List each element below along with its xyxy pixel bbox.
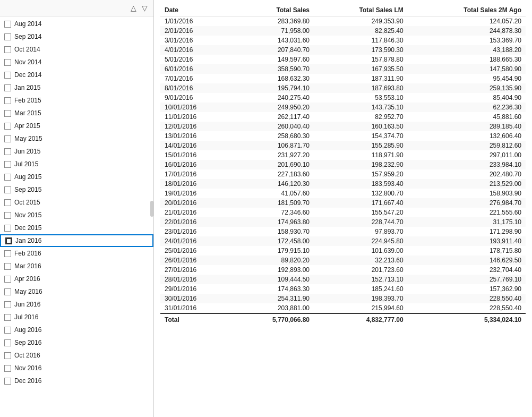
checkbox xyxy=(4,123,11,130)
table-row: 16/01/2016201,690.10198,232.90233,984.10 xyxy=(160,160,526,169)
table-cell: 152,713.10 xyxy=(314,275,408,284)
table-cell: 172,458.00 xyxy=(233,236,314,246)
list-item[interactable]: Nov 2016 xyxy=(0,362,153,375)
list-item[interactable]: Nov 2014 xyxy=(0,56,153,69)
list-item[interactable]: Apr 2016 xyxy=(0,273,153,285)
panel-header: △ ▽ xyxy=(0,0,153,16)
table-cell: 179,915.10 xyxy=(233,246,314,256)
table-cell: 174,863.30 xyxy=(233,284,314,294)
table-cell: 10/01/2016 xyxy=(160,103,233,112)
table-cell: 160,163.50 xyxy=(314,122,408,131)
month-list: Aug 2014Sep 2014Oct 2014Nov 2014Dec 2014… xyxy=(0,16,153,417)
table-row: 19/01/201641,057.60132,800.70158,903.90 xyxy=(160,189,526,198)
table-cell: 132,606.40 xyxy=(408,131,526,141)
list-item[interactable]: Dec 2015 xyxy=(0,222,153,234)
list-item[interactable]: Jul 2015 xyxy=(0,158,153,171)
table-cell: 233,984.10 xyxy=(408,160,526,169)
list-item[interactable]: Aug 2014 xyxy=(0,18,153,30)
table-row: 28/01/2016109,444.50152,713.10257,769.10 xyxy=(160,275,526,284)
table-cell: 249,950.20 xyxy=(233,103,314,112)
table-cell: 193,911.40 xyxy=(408,236,526,246)
table-cell: 31,175.10 xyxy=(408,217,526,227)
checkbox xyxy=(4,59,11,66)
table-row: 13/01/2016258,680.30154,374.70132,606.40 xyxy=(160,131,526,141)
table-row: 11/01/2016262,117.4082,952.7045,881.60 xyxy=(160,112,526,122)
table-row: 18/01/2016146,120.30183,593.40213,529.00 xyxy=(160,179,526,189)
list-item[interactable]: Oct 2015 xyxy=(0,196,153,209)
list-item-label: Jun 2015 xyxy=(14,148,40,155)
table-cell: 3/01/2016 xyxy=(160,36,233,45)
table-cell: 23/01/2016 xyxy=(160,227,233,236)
list-item[interactable]: Mar 2015 xyxy=(0,107,153,120)
checkbox xyxy=(4,352,11,359)
checkbox xyxy=(4,199,11,206)
list-item[interactable]: Jun 2015 xyxy=(0,145,153,158)
list-item[interactable]: Jun 2016 xyxy=(0,298,153,311)
table-row: 3/01/2016143,031.60117,846.30153,369.70 xyxy=(160,36,526,45)
list-item[interactable]: Jan 2016 xyxy=(0,234,153,247)
list-item[interactable]: Dec 2014 xyxy=(0,69,153,81)
table-cell: 17/01/2016 xyxy=(160,169,233,179)
table-cell: 244,878.30 xyxy=(408,26,526,36)
list-item[interactable]: Jan 2015 xyxy=(0,81,153,94)
list-item[interactable]: Mar 2016 xyxy=(0,260,153,273)
table-cell: 202,480.70 xyxy=(408,169,526,179)
list-item[interactable]: Aug 2015 xyxy=(0,171,153,183)
table-row: 12/01/2016260,040.40160,163.50289,185.40 xyxy=(160,122,526,131)
list-item[interactable]: May 2016 xyxy=(0,285,153,298)
table-body: 1/01/2016283,369.80249,353.90124,057.202… xyxy=(160,16,526,314)
table-row: 5/01/2016149,597.60157,878.80188,665.30 xyxy=(160,55,526,64)
checkbox xyxy=(4,250,11,257)
checkbox xyxy=(4,148,11,155)
table-cell: 185,241.60 xyxy=(314,284,408,294)
list-item[interactable]: Oct 2014 xyxy=(0,43,153,56)
list-item[interactable]: Jul 2016 xyxy=(0,311,153,324)
table-cell: 174,963.80 xyxy=(233,217,314,227)
table-footer: Total5,770,066.804,832,777.005,334,024.1… xyxy=(160,313,526,326)
sort-desc-icon[interactable]: ▽ xyxy=(140,3,149,13)
table-cell: 283,369.80 xyxy=(233,16,314,27)
table-row: 10/01/2016249,950.20143,735.1062,236.30 xyxy=(160,103,526,112)
list-item[interactable]: Feb 2016 xyxy=(0,247,153,260)
data-table: DateTotal SalesTotal Sales LMTotal Sales… xyxy=(160,4,526,326)
table-cell: 71,958.00 xyxy=(233,26,314,36)
table-row: 6/01/2016358,590.70167,935.50147,580.90 xyxy=(160,64,526,74)
table-cell: 132,800.70 xyxy=(314,189,408,198)
list-item-label: Aug 2016 xyxy=(14,326,41,334)
table-cell: 259,812.60 xyxy=(408,141,526,150)
list-item[interactable]: Sep 2015 xyxy=(0,183,153,196)
checkbox xyxy=(4,174,11,181)
table-cell: 240,275.40 xyxy=(233,93,314,103)
table-cell: 20/01/2016 xyxy=(160,198,233,208)
sort-asc-icon[interactable]: △ xyxy=(129,3,138,13)
list-item[interactable]: Sep 2016 xyxy=(0,336,153,349)
list-item-label: Mar 2015 xyxy=(14,109,41,117)
checkbox xyxy=(4,84,11,91)
list-item[interactable]: May 2015 xyxy=(0,132,153,145)
table-cell: 143,735.10 xyxy=(314,103,408,112)
checkbox xyxy=(4,72,11,79)
list-item[interactable]: Nov 2015 xyxy=(0,209,153,222)
checkbox xyxy=(4,135,11,142)
list-item[interactable]: Sep 2014 xyxy=(0,30,153,43)
list-item[interactable]: Oct 2016 xyxy=(0,349,153,362)
table-cell: 262,117.40 xyxy=(233,112,314,122)
list-item[interactable]: Dec 2016 xyxy=(0,375,153,387)
table-cell: 157,878.80 xyxy=(314,55,408,64)
table-row: 21/01/201672,346.60155,547.20221,555.60 xyxy=(160,208,526,217)
table-cell: 53,553.10 xyxy=(314,93,408,103)
list-item-label: Dec 2014 xyxy=(14,71,41,79)
resize-handle[interactable] xyxy=(150,201,153,217)
list-item-label: Nov 2014 xyxy=(14,58,41,66)
list-item[interactable]: Aug 2016 xyxy=(0,324,153,336)
table-cell: 181,509.70 xyxy=(233,198,314,208)
list-item[interactable]: Feb 2015 xyxy=(0,94,153,107)
list-item-label: Dec 2015 xyxy=(14,224,41,232)
table-cell: 198,232.90 xyxy=(314,160,408,169)
table-row: 24/01/2016172,458.00224,945.80193,911.40 xyxy=(160,236,526,246)
list-item[interactable]: Apr 2015 xyxy=(0,120,153,132)
list-item-label: Mar 2016 xyxy=(14,262,41,270)
table-cell: 228,550.40 xyxy=(408,303,526,313)
table-cell: 82,825.40 xyxy=(314,26,408,36)
checkbox xyxy=(4,212,11,219)
